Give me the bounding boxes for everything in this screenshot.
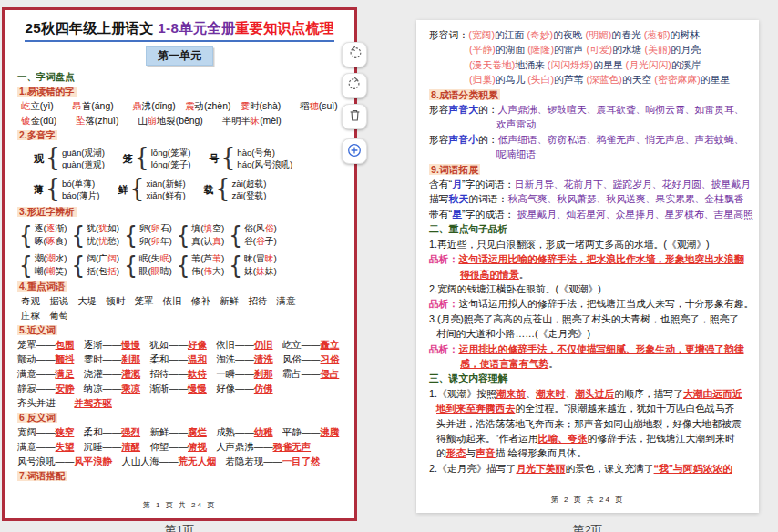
text-run: 屹立—— bbox=[282, 340, 321, 350]
text-line: 3.(月亮)照亮了高高的点苍山，照亮了村头的大青树，也照亮了，照亮了 bbox=[429, 312, 748, 326]
similar-char-group: {填(填空)真(认真) bbox=[177, 222, 225, 248]
text-run: 半明半 bbox=[222, 116, 251, 126]
text-run: 成熟—— bbox=[216, 427, 254, 437]
text-run: 填 bbox=[203, 223, 212, 233]
text-run: (密密麻麻) bbox=[654, 74, 700, 85]
text-run: (可爱) bbox=[586, 44, 612, 55]
text-line: 含有“月”字的词语：日新月异、花前月下、蹉跎岁月、花好月圆、披星戴月 bbox=[429, 177, 748, 191]
text-run: 眼( bbox=[139, 266, 151, 276]
text-line: 村间的大道和小路……(《走月亮》) bbox=[429, 326, 748, 341]
similar-char-group: {阔(广阔)括(包括) bbox=[72, 252, 120, 278]
text-run: 5.近义词 bbox=[17, 325, 57, 335]
stacked-entries: 阔(广阔)括(包括) bbox=[87, 252, 119, 278]
text-line: 品析：运用排比的修辞手法，不仅使描写细腻、形象生动，更增强了韵律 bbox=[429, 342, 748, 356]
stacked-entries: 卵(卵石)卯(卯年) bbox=[139, 222, 172, 248]
rotate-left-button[interactable] bbox=[342, 42, 367, 67]
text-run: 满意—— bbox=[17, 442, 56, 452]
text-run bbox=[207, 442, 216, 452]
text-run: 、 bbox=[565, 388, 575, 399]
page2-content: 形容词：(宽阔)的江面 (奇妙)的夜晚 (明媚)的春光 (葱郁)的树林(平静)的… bbox=[429, 27, 748, 476]
similar-char-group: {眠(失眠)眼(眼睛) bbox=[124, 252, 172, 278]
text-run: 时(shà) bbox=[250, 101, 300, 111]
text-run: 鼎 bbox=[132, 101, 141, 111]
document-page-1[interactable]: 25秋四年级上册语文 1-8单元全册重要知识点梳理 第一单元 一、字词盘点1.易… bbox=[2, 7, 357, 521]
text-run: 愁) bbox=[107, 236, 119, 246]
text-run: 的雷声 bbox=[554, 44, 586, 55]
text-run: 的天空 bbox=[622, 74, 654, 85]
text-run: ) bbox=[274, 253, 277, 263]
text-run: 得颤动起来。”作者运用 bbox=[436, 433, 538, 444]
text-line: 9.词语拓展 bbox=[429, 162, 748, 177]
text-line: 得颤动起来。”作者运用比喻、夸张的修辞手法，把钱塘江大潮到来时 bbox=[429, 431, 748, 445]
brace-glyph: { bbox=[124, 256, 138, 272]
text-run: 强烈 bbox=[121, 427, 140, 437]
text-run: 阔 bbox=[107, 253, 117, 263]
brace-glyph: { bbox=[177, 226, 190, 242]
text-line: 形容声音小的：低声细语、窃窃私语、鸦雀无声、悄无声息、声若蚊蝇、 bbox=[429, 132, 748, 147]
text-run: ”字的成语： bbox=[462, 209, 517, 220]
plus-circle-icon bbox=[347, 143, 362, 160]
text-line: 2.多音字 bbox=[17, 128, 342, 143]
text-line: (平静)的湖面 (隆隆)的雷声 (可爱)的水塘 (美丽)的月亮 bbox=[429, 42, 748, 56]
text-run: 妹) bbox=[265, 266, 277, 276]
text-run: 纳凉—— bbox=[84, 384, 122, 394]
text-run: 这句话运用拟人的修辞手法，把钱塘江当成人来写，十分形象有趣。 bbox=[458, 298, 753, 309]
page1-content: 一、字词盘点1.易读错的字屹立(yì) 昂首(áng) 鼎沸(dǐng) 震动(… bbox=[17, 70, 342, 484]
text-run: (mèi) bbox=[260, 116, 282, 126]
text-run: (明媚) bbox=[586, 29, 612, 40]
text-run: 。 bbox=[519, 269, 529, 280]
text-run: 立(yì) bbox=[30, 101, 72, 111]
text-run: 秋天 bbox=[449, 193, 469, 204]
text-run: 安静 bbox=[56, 384, 75, 394]
text-run: 清洗 bbox=[254, 354, 273, 364]
text-run bbox=[140, 369, 149, 379]
text-run: 低声细语、窃窃私语、鸦雀无声、悄无声息、声若蚊蝇、 bbox=[498, 134, 744, 145]
text-run: 的星星 bbox=[593, 59, 625, 70]
text-run: 包围 bbox=[56, 340, 75, 350]
text-run: 年) bbox=[160, 236, 172, 246]
text-run: 6 反义词 bbox=[17, 413, 57, 423]
text-run: 9.词语拓展 bbox=[429, 164, 480, 175]
text-run bbox=[140, 442, 149, 452]
unit-badge-row: 第一单元 bbox=[17, 46, 342, 66]
text-run: 的春光 bbox=[611, 29, 643, 40]
text-run: zài(超载) bbox=[232, 179, 267, 189]
text-run: 形容 bbox=[429, 104, 449, 115]
text-run bbox=[74, 340, 83, 350]
text-line: 呢喃细语 bbox=[429, 147, 748, 161]
text-run: 形容 bbox=[429, 134, 449, 145]
text-line: 奇观 据说 大堤 顿时 笼罩 依旧 修补 新鲜 招待 满意 bbox=[17, 294, 342, 309]
page-toolbar bbox=[342, 42, 367, 164]
text-run: 真(认 bbox=[191, 236, 212, 246]
text-run: 刹那 bbox=[254, 369, 273, 379]
stacked-entries: xiān(新鲜)xiǎn(鲜有) bbox=[146, 178, 185, 202]
text-run: ) bbox=[117, 253, 119, 263]
text-run: 笼罩—— bbox=[17, 340, 56, 350]
text-run: 卵 bbox=[151, 223, 160, 233]
text-run bbox=[273, 340, 282, 350]
rotate-right-button[interactable] bbox=[342, 73, 367, 98]
text-run: (深蓝色) bbox=[586, 74, 622, 85]
text-run: 25秋四年级上册语文 bbox=[25, 20, 158, 36]
text-run: 大) bbox=[212, 266, 224, 276]
text-run: 山 bbox=[138, 116, 147, 126]
document-page-2[interactable]: 形容词：(宽阔)的江面 (奇妙)的夜晚 (明媚)的春光 (葱郁)的树林(平静)的… bbox=[416, 20, 759, 513]
page1-label: 第1页 bbox=[125, 522, 234, 532]
text-run: 腐烂 bbox=[188, 427, 207, 437]
delete-page-button[interactable] bbox=[342, 104, 367, 129]
stacked-entries: 俗(风俗)谷(谷子) bbox=[244, 222, 277, 248]
text-run: (葱郁) bbox=[644, 29, 671, 40]
text-run: 妹 bbox=[256, 266, 265, 276]
text-run: 忧( bbox=[87, 236, 98, 246]
text-run: 奇观 据说 大堤 顿时 笼罩 依旧 修补 新鲜 招待 满意 bbox=[21, 296, 295, 306]
text-run: (suì) bbox=[319, 101, 338, 111]
add-page-button[interactable] bbox=[342, 138, 367, 164]
polyphone-group: 鲜{xiān(新鲜)xiǎn(鲜有) bbox=[118, 178, 186, 202]
text-run: ) bbox=[117, 266, 119, 276]
text-run: 嘲 bbox=[46, 266, 56, 276]
stacked-entries: bó(单薄)báo(薄片) bbox=[62, 178, 100, 202]
text-run: 的景色，课文充满了 bbox=[565, 463, 653, 474]
text-run: 如) bbox=[107, 223, 119, 233]
text-run: 秋高气爽、秋风萧瑟、秋风送爽、果实累累、金桂飘香 bbox=[507, 193, 743, 204]
text-run: 鲜 bbox=[118, 182, 128, 197]
